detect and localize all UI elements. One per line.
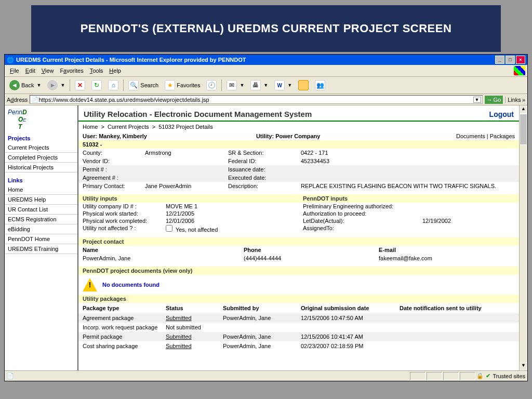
sidebar-item-ebidding[interactable]: eBidding	[5, 224, 77, 234]
fed-value: 452334453	[297, 157, 519, 165]
address-input[interactable]	[38, 97, 472, 103]
sidebar: PennD OE T Projects Current Projects Com…	[5, 105, 78, 370]
sidebar-links-title: Links	[5, 176, 77, 185]
pkg-col-status: Status	[166, 304, 223, 312]
packages-link[interactable]: Packages	[490, 133, 515, 139]
sidebar-item-uredms-etraining[interactable]: UREDMS ETraining	[5, 244, 77, 254]
title-bar: 🌐 UREDMS Current Project Details - Micro…	[5, 55, 527, 65]
print-button[interactable]: 🖶▼	[248, 78, 271, 92]
issue-label: Issuance date:	[224, 165, 297, 174]
breadcrumb-current[interactable]: Current Projects	[108, 124, 149, 130]
company-id-value: MOVE ME 1	[166, 203, 197, 209]
menu-tools[interactable]: Tools	[87, 66, 107, 75]
sidebar-item-uredms-help[interactable]: UREDMS Help	[5, 195, 77, 205]
stop-button[interactable]: ✕	[72, 78, 88, 92]
word-button[interactable]: W▼	[272, 78, 295, 92]
primary-value: Jane PowerAdmin	[141, 182, 224, 190]
logo: PennD OE T	[5, 105, 77, 134]
pkg-status-link[interactable]: Submitted	[166, 343, 192, 349]
contact-phone-header: Phone	[244, 247, 379, 253]
pkg-col-type: Package type	[83, 304, 166, 312]
breadcrumb-home[interactable]: Home	[83, 124, 98, 130]
contact-name: PowerAdmin, Jane	[83, 255, 244, 261]
ie-icon: 🌐	[7, 57, 14, 63]
history-button[interactable]: 🕘	[204, 78, 219, 92]
not-affected-checkbox[interactable]	[166, 225, 172, 232]
contact-phone: (444)444-4444	[244, 255, 379, 261]
menu-edit[interactable]: Edit	[22, 66, 38, 75]
penndot-inputs-header: PennDOT inputs	[299, 194, 519, 203]
minimize-button[interactable]: _	[495, 56, 504, 64]
agree-label: Agreement # :	[78, 174, 141, 182]
scroll-thumb[interactable]	[520, 114, 527, 145]
menu-favorites[interactable]: Favorites	[57, 66, 86, 75]
utility-label: Utility: Power Company	[256, 133, 320, 139]
address-field-wrap: 📄 ▼	[30, 95, 482, 104]
started-label: Physical work started:	[83, 210, 166, 217]
project-id: 51032 -	[78, 140, 519, 149]
scroll-down-arrow[interactable]: ▼	[520, 362, 527, 370]
sidebar-item-completed-projects[interactable]: Completed Projects	[5, 153, 77, 163]
scroll-up-arrow[interactable]: ▲	[520, 105, 527, 114]
breadcrumb: Home > Current Projects > 51032 Project …	[78, 122, 519, 132]
folder-button[interactable]	[296, 78, 311, 92]
auth-label: Authorization to proceed:	[303, 210, 422, 217]
address-bar: Address 📄 ▼ →Go Links»	[5, 94, 527, 105]
vertical-scrollbar[interactable]: ▲ ▼	[519, 105, 527, 370]
logout-link[interactable]: Logout	[489, 110, 514, 118]
maximize-button[interactable]: □	[506, 56, 515, 64]
sr-value: 0422 - 171	[297, 149, 519, 157]
let-label: LetDate(Actual):	[303, 218, 422, 224]
menu-help[interactable]: Help	[106, 66, 124, 75]
sidebar-item-ecms-registration[interactable]: ECMS Registration	[5, 215, 77, 224]
favorites-button[interactable]: ★Favorites	[162, 78, 203, 92]
slide-title: PENNDOT'S (EXTERNAL) UREDMS CURRENT PROJ…	[31, 5, 501, 52]
status-bar: 📄 🔒✔Trusted sites	[5, 370, 527, 381]
pkg-col-sent: Date notification sent to utility	[400, 304, 515, 312]
sidebar-item-historical-projects[interactable]: Historical Projects	[5, 163, 77, 172]
packages-header: Utility packages	[78, 295, 519, 303]
menu-file[interactable]: File	[7, 66, 22, 75]
go-button[interactable]: →Go	[485, 96, 503, 104]
completed-value: 12/01/2006	[166, 218, 194, 224]
primary-label: Primary Contact:	[78, 182, 141, 190]
address-label: Address	[7, 97, 28, 103]
contact-email-header: E-mail	[379, 247, 396, 253]
forward-button[interactable]: ►▼	[45, 78, 68, 92]
messenger-button[interactable]: 👥	[312, 78, 328, 92]
links-button[interactable]: Links»	[505, 97, 525, 103]
prelim-label: Preliminary Engineering authorized:	[303, 203, 422, 209]
exec-label: Executed date:	[224, 174, 297, 182]
contact-email: fakeemail@fake.com	[379, 255, 432, 261]
contact-header: Project contact	[78, 237, 519, 246]
permit-label: Permit # :	[78, 165, 141, 174]
back-button[interactable]: ◄Back▼	[7, 78, 44, 92]
user-label: User: Mankey, Kimberly	[83, 133, 147, 139]
sidebar-item-penndot-home[interactable]: PennDOT Home	[5, 234, 77, 244]
warning-icon: !	[83, 278, 97, 291]
refresh-button[interactable]: ↻	[89, 78, 104, 92]
mail-button[interactable]: ✉▼	[224, 78, 247, 92]
table-row: Permit package Submitted PowerAdmin, Jan…	[78, 332, 519, 341]
company-id-label: Utility company ID # :	[83, 203, 166, 209]
table-row: Agreement package Submitted PowerAdmin, …	[78, 313, 519, 323]
main-content: Utility Relocation - Electronic Document…	[78, 105, 519, 370]
docs-header: PennDOT project documents (view only)	[78, 267, 519, 275]
pkg-status-link[interactable]: Submitted	[166, 315, 192, 321]
sidebar-item-ur-contact-list[interactable]: UR Contact List	[5, 205, 77, 215]
table-row: Incorp. work request package Not submitt…	[78, 323, 519, 332]
search-button[interactable]: 🔍Search	[126, 78, 161, 92]
documents-link[interactable]: Documents	[456, 133, 485, 139]
menu-view[interactable]: View	[38, 66, 57, 75]
toolbar: ◄Back▼ ►▼ ✕ ↻ ⌂ 🔍Search ★Favorites 🕘 ✉▼ …	[5, 77, 527, 94]
sidebar-item-home[interactable]: Home	[5, 185, 77, 195]
close-button[interactable]: ×	[516, 56, 525, 64]
sidebar-item-current-projects[interactable]: Current Projects	[5, 143, 77, 153]
address-dropdown[interactable]: ▼	[473, 97, 481, 103]
home-button[interactable]: ⌂	[105, 78, 121, 92]
desc-label: Description:	[224, 182, 297, 190]
utility-inputs-header: Utility inputs	[78, 194, 299, 203]
pkg-status-link[interactable]: Submitted	[166, 334, 192, 340]
window-title: UREDMS Current Project Details - Microso…	[16, 57, 495, 63]
menu-bar: File Edit View Favorites Tools Help	[5, 65, 527, 77]
